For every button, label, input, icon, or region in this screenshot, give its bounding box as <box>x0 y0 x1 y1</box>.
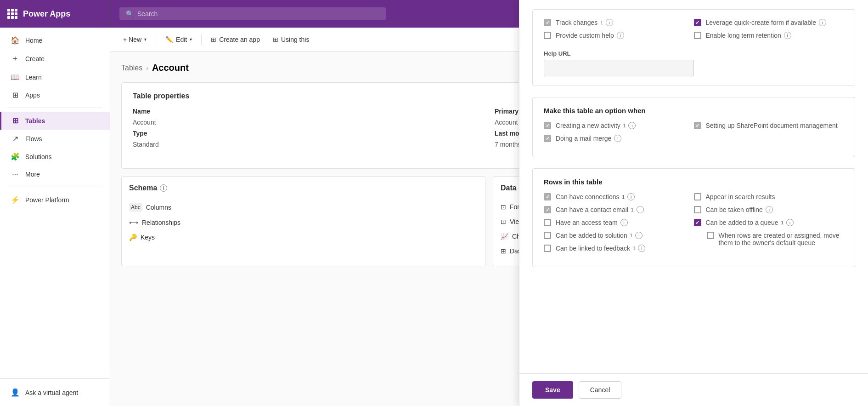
name-value: Account <box>133 119 484 126</box>
track-changes-info-icon[interactable]: i <box>606 19 613 26</box>
schema-item-relationships[interactable]: ⟷ Relationships <box>129 215 478 230</box>
sidebar-item-home[interactable]: 🏠 Home <box>0 31 110 49</box>
save-button[interactable]: Save <box>532 381 573 399</box>
sidebar-item-tables-label: Tables <box>25 117 45 125</box>
provide-custom-help-checkbox[interactable] <box>544 32 551 39</box>
type-label: Type <box>133 130 484 137</box>
can-be-linked-to-feedback-checkbox[interactable] <box>544 245 551 252</box>
can-be-taken-offline-info-icon[interactable]: i <box>766 206 773 213</box>
can-have-connections-label: Can have connections 1 i <box>556 193 635 200</box>
creating-activity-info-icon[interactable]: i <box>628 122 636 129</box>
rows-right: Appear in search results Can be taken of… <box>694 193 844 257</box>
track-changes-checkbox[interactable] <box>544 19 551 26</box>
make-option-section: Make this table an option when Creating … <box>532 97 855 157</box>
schema-item-columns[interactable]: Abc Columns <box>129 200 478 215</box>
help-url-container: Help URL <box>544 46 694 76</box>
sidebar-item-flows-label: Flows <box>25 135 42 143</box>
sidebar-item-create[interactable]: ＋ Create <box>0 49 110 68</box>
create-app-label: Create an app <box>219 36 260 43</box>
enable-long-term-checkbox[interactable] <box>694 32 701 39</box>
sidebar-item-flows[interactable]: ↗ Flows <box>0 130 110 148</box>
create-app-button[interactable]: ⊞ Create an app <box>205 33 265 46</box>
edit-button-label: Edit <box>176 36 187 43</box>
new-button[interactable]: + New ▾ <box>118 33 152 46</box>
new-chevron-icon: ▾ <box>144 37 147 42</box>
setting-sharepoint-checkbox[interactable] <box>694 122 701 129</box>
provide-help-info-icon[interactable]: i <box>617 32 624 39</box>
enable-long-term-row: Enable long term retention i <box>694 32 844 39</box>
help-url-input[interactable] <box>544 60 694 76</box>
create-app-icon: ⊞ <box>211 36 216 43</box>
using-this-button[interactable]: ⊞ Using this <box>267 33 315 46</box>
have-access-team-checkbox[interactable] <box>544 219 551 226</box>
sidebar-item-tables[interactable]: ⊞ Tables <box>0 112 110 130</box>
sidebar-bottom: 👤 Ask a virtual agent <box>0 378 110 406</box>
relationships-label: Relationships <box>142 219 180 226</box>
columns-icon: Abc <box>129 203 142 212</box>
can-have-connections-row: Can have connections 1 i <box>544 193 694 200</box>
sidebar-item-learn[interactable]: 📖 Learn <box>0 68 110 86</box>
rows-left: Can have connections 1 i Can have a cont… <box>544 193 694 257</box>
can-be-linked-to-feedback-info-icon[interactable]: i <box>638 245 645 252</box>
waffle-icon[interactable] <box>7 9 17 19</box>
creating-activity-checkbox[interactable] <box>544 122 551 129</box>
creating-activity-row: Creating a new activity 1 i <box>544 122 694 129</box>
can-have-contact-email-checkbox[interactable] <box>544 206 551 213</box>
can-have-contact-email-info-icon[interactable]: i <box>637 206 644 213</box>
when-rows-created-checkbox[interactable] <box>707 232 714 239</box>
schema-info-icon[interactable]: i <box>160 184 167 192</box>
doing-mail-merge-label: Doing a mail merge i <box>556 135 621 142</box>
schema-title: Schema i <box>129 184 478 192</box>
panel-footer: Save Cancel <box>519 373 868 406</box>
leverage-checkbox[interactable] <box>694 19 701 26</box>
sidebar-item-solutions[interactable]: 🧩 Solutions <box>0 148 110 166</box>
charts-icon: 📈 <box>501 233 508 240</box>
leverage-info-icon[interactable]: i <box>819 19 826 26</box>
can-be-added-queue-info-icon[interactable]: i <box>786 219 794 226</box>
nav-divider-2 <box>7 187 102 187</box>
sidebar-item-more-label: More <box>25 171 40 178</box>
can-have-connections-info-icon[interactable]: i <box>627 193 635 200</box>
forms-icon: ⊡ <box>501 203 506 211</box>
appear-in-search-checkbox[interactable] <box>694 193 701 200</box>
can-be-added-to-solution-checkbox[interactable] <box>544 232 551 239</box>
breadcrumb-tables[interactable]: Tables <box>121 64 142 72</box>
can-be-added-to-solution-info-icon[interactable]: i <box>635 232 643 239</box>
search-icon: 🔍 <box>126 10 134 17</box>
rows-grid: Can have connections 1 i Can have a cont… <box>544 193 844 257</box>
search-box[interactable]: 🔍 <box>119 7 386 20</box>
search-input[interactable] <box>137 10 379 17</box>
doing-mail-merge-checkbox[interactable] <box>544 135 551 142</box>
make-option-left: Creating a new activity 1 i Doing a mail… <box>544 122 694 148</box>
schema-card: Schema i Abc Columns ⟷ Relationships 🔑 K… <box>121 176 485 266</box>
can-be-taken-offline-checkbox[interactable] <box>694 206 701 213</box>
app-title: Power Apps <box>23 9 70 19</box>
using-this-icon: ⊞ <box>273 36 278 43</box>
have-access-team-info-icon[interactable]: i <box>620 219 628 226</box>
create-icon: ＋ <box>11 54 20 63</box>
have-access-team-row: Have an access team i <box>544 219 694 226</box>
sidebar-item-ask-agent[interactable]: 👤 Ask a virtual agent <box>0 383 110 401</box>
doing-mail-merge-info-icon[interactable]: i <box>614 135 621 142</box>
sidebar-item-more[interactable]: ··· More <box>0 166 110 183</box>
can-be-linked-to-feedback-row: Can be linked to feedback 1 i <box>544 245 694 252</box>
leverage-label: Leverage quick-create form if available … <box>706 19 826 26</box>
schema-item-keys[interactable]: 🔑 Keys <box>129 230 478 245</box>
can-be-added-queue-checkbox[interactable] <box>694 219 701 226</box>
nav-divider-1 <box>7 108 102 108</box>
edit-button[interactable]: ✏️ Edit ▾ <box>160 33 197 46</box>
tables-icon: ⊞ <box>11 116 20 125</box>
can-have-connections-checkbox[interactable] <box>544 193 551 200</box>
panel-body: Track changes 1 i Provide custom help i <box>519 0 868 373</box>
sidebar-item-ask-agent-label: Ask a virtual agent <box>25 389 78 396</box>
power-platform-icon: ⚡ <box>11 195 20 204</box>
sidebar-item-apps[interactable]: ⊞ Apps <box>0 86 110 104</box>
columns-label: Columns <box>146 204 171 211</box>
sidebar-item-create-label: Create <box>25 55 45 63</box>
sidebar-item-power-platform[interactable]: ⚡ Power Platform <box>0 191 110 209</box>
keys-icon: 🔑 <box>129 234 137 241</box>
cancel-button[interactable]: Cancel <box>579 381 622 399</box>
enable-long-term-info-icon[interactable]: i <box>784 32 791 39</box>
appear-in-search-row: Appear in search results <box>694 193 844 200</box>
keys-label: Keys <box>141 234 155 241</box>
